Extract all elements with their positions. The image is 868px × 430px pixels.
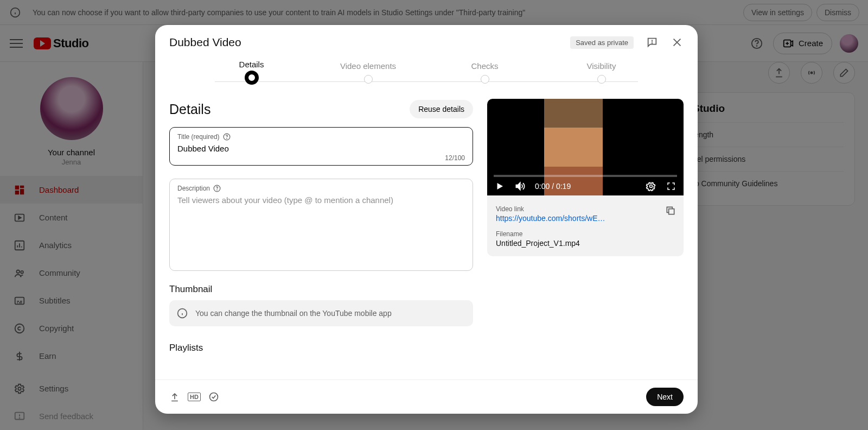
- filename-value: Untitled_Project_V1.mp4: [496, 239, 675, 248]
- volume-icon[interactable]: [514, 181, 525, 192]
- modal-title: Dubbed Video: [169, 36, 570, 49]
- step-dot: [245, 71, 259, 85]
- video-link-label: Video link: [496, 205, 675, 213]
- help-icon[interactable]: [223, 133, 231, 141]
- title-field[interactable]: Title (required) 12/100: [169, 127, 473, 166]
- upload-status-icon: [169, 391, 180, 402]
- hd-badge: HD: [188, 393, 201, 401]
- modal-header: Dubbed Video Saved as private: [155, 25, 698, 56]
- video-player[interactable]: 0:00 / 0:19: [487, 99, 684, 195]
- step-checks[interactable]: Checks: [426, 61, 543, 84]
- settings-icon[interactable]: [646, 181, 656, 192]
- stepper: Details Video elements Checks Visibility: [155, 56, 698, 94]
- description-label: Description: [177, 185, 210, 192]
- thumbnail-info-text: You can change the thumbnail on the YouT…: [195, 309, 392, 318]
- section-title: Details: [169, 102, 410, 117]
- step-label: Details: [239, 60, 264, 69]
- copy-icon[interactable]: [665, 205, 676, 216]
- description-field[interactable]: Description: [169, 179, 473, 271]
- svg-point-34: [652, 43, 653, 43]
- filename-label: Filename: [496, 230, 675, 238]
- title-counter: 12/100: [177, 154, 465, 162]
- checks-complete-icon: [208, 391, 219, 402]
- save-status-badge: Saved as private: [570, 36, 634, 49]
- title-input[interactable]: [177, 141, 465, 154]
- thumbnail-heading: Thumbnail: [169, 284, 473, 295]
- reuse-details-button[interactable]: Reuse details: [410, 100, 473, 118]
- play-icon[interactable]: [495, 181, 505, 191]
- svg-point-38: [226, 138, 227, 139]
- next-button[interactable]: Next: [646, 388, 684, 406]
- svg-point-47: [209, 393, 218, 401]
- description-input[interactable]: [177, 192, 465, 252]
- step-details[interactable]: Details: [193, 60, 310, 85]
- step-label: Video elements: [340, 61, 396, 71]
- step-dot: [481, 75, 489, 84]
- svg-rect-45: [669, 209, 674, 214]
- step-label: Visibility: [587, 61, 616, 71]
- svg-point-44: [650, 185, 653, 188]
- close-icon[interactable]: [671, 36, 684, 49]
- step-dot: [597, 75, 606, 84]
- video-preview: 0:00 / 0:19 Video link https://youtube.c…: [487, 99, 684, 256]
- step-dot: [364, 75, 373, 84]
- fullscreen-icon[interactable]: [666, 181, 676, 191]
- step-label: Checks: [471, 61, 498, 71]
- upload-modal: Dubbed Video Saved as private Details Vi…: [155, 25, 698, 414]
- feedback-icon[interactable]: [646, 36, 659, 49]
- title-label: Title (required): [177, 133, 220, 141]
- video-link[interactable]: https://youtube.com/shorts/wE…: [496, 214, 615, 223]
- thumbnail-info: You can change the thumbnail on the YouT…: [169, 300, 473, 326]
- playlists-heading: Playlists: [169, 343, 473, 353]
- video-time: 0:00 / 0:19: [535, 182, 571, 191]
- help-icon[interactable]: [213, 185, 221, 192]
- svg-point-40: [217, 190, 218, 191]
- step-visibility[interactable]: Visibility: [543, 61, 660, 84]
- info-icon: [177, 308, 188, 319]
- modal-footer: HD Next: [155, 380, 698, 414]
- step-video-elements[interactable]: Video elements: [310, 61, 426, 84]
